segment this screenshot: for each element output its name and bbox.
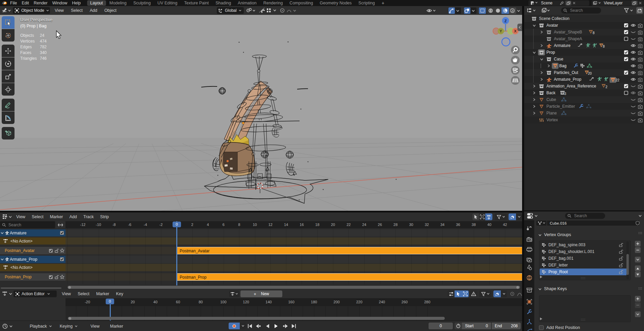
svg-text:746: 746 bbox=[40, 56, 47, 61]
svg-text:Triangles: Triangles bbox=[20, 56, 37, 61]
svg-text:782: 782 bbox=[40, 45, 47, 49]
svg-text:Faces: Faces bbox=[20, 50, 31, 55]
svg-text:Objects: Objects bbox=[20, 33, 34, 38]
svg-text:User Perspective: User Perspective bbox=[20, 18, 52, 22]
svg-text:24: 24 bbox=[40, 33, 45, 38]
svg-text:X: X bbox=[514, 29, 517, 33]
svg-text:Edges: Edges bbox=[20, 45, 32, 49]
svg-text:474: 474 bbox=[40, 39, 47, 44]
svg-text:Z: Z bbox=[505, 19, 507, 23]
svg-text:340: 340 bbox=[40, 50, 47, 55]
svg-text:Vertices: Vertices bbox=[20, 39, 35, 44]
svg-text:(0) Prop | Bag: (0) Prop | Bag bbox=[20, 24, 47, 28]
svg-text:Y: Y bbox=[499, 29, 502, 33]
